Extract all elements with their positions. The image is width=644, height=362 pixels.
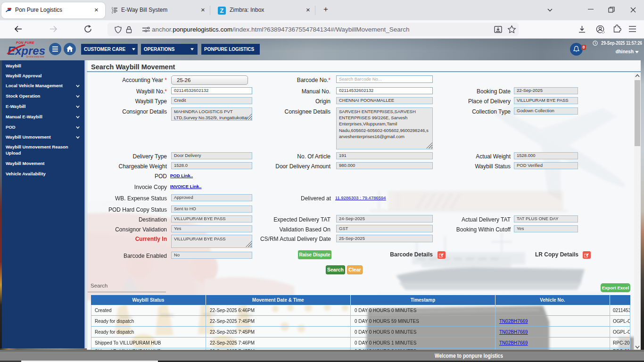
svg-text:On time every time: On time every time xyxy=(26,56,44,58)
svg-text:Expres: Expres xyxy=(8,44,45,57)
svg-text:PON PURE: PON PURE xyxy=(16,41,34,44)
